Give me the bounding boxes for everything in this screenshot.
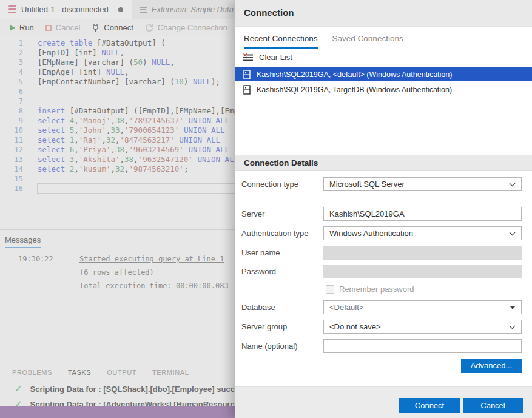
unsaved-dot-icon[interactable] (118, 7, 123, 12)
name-optional-label: Name (optional) (241, 342, 298, 351)
user-name-row: User name (235, 246, 532, 260)
dropdown-triangle-icon (510, 306, 515, 309)
connection-label: Kashish\SQL2019GA, TargetDB (Windows Aut… (257, 86, 452, 94)
tab-output[interactable]: OUTPUT (107, 369, 136, 379)
task-text: Scripting Data for : [SQLShack].[dbo].[E… (30, 385, 258, 394)
change-connection-button: Change Connection (145, 23, 227, 32)
messages-tab[interactable]: Messages (5, 235, 41, 248)
server-group-label: Server group (241, 322, 287, 331)
plug-icon (92, 24, 99, 32)
connect-button-toolbar[interactable]: Connect (92, 23, 133, 32)
chevron-down-icon (509, 232, 516, 236)
tab-tasks[interactable]: TASKS (68, 369, 91, 379)
server-group-row: Server group <Do not save> (235, 320, 532, 334)
play-icon (10, 25, 15, 31)
database-icon (8, 5, 16, 13)
server-label: Server (241, 209, 264, 218)
tab-untitled-1[interactable]: Untitled-1 - disconnected (0, 0, 132, 19)
connection-tabs: Recent Connections Saved Connections (244, 34, 403, 49)
authentication-type-label: Authentication type (241, 229, 309, 238)
dialog-title: Connection (244, 7, 294, 18)
tab-title: Extension: Simple Data Sc (152, 5, 244, 14)
database-row: Database <Default> (235, 300, 532, 315)
name-optional-input[interactable] (323, 339, 522, 353)
message-time (18, 266, 79, 279)
connection-label: Kashish\SQL2019GA, <default> (Windows Au… (257, 70, 452, 79)
tab-saved-connections[interactable]: Saved Connections (332, 34, 403, 49)
list-lines-icon (140, 7, 147, 13)
connection-list-item[interactable]: Kashish\SQL2019GA, <default> (Windows Au… (235, 67, 532, 81)
run-label: Run (19, 23, 34, 32)
advanced-button[interactable]: Advanced... (461, 359, 522, 373)
chevron-down-icon (509, 325, 516, 329)
clear-list-button[interactable]: Clear List (243, 53, 292, 62)
connect-label: Connect (104, 23, 133, 32)
connection-details-header: Connection Details (235, 155, 532, 171)
tab-terminal[interactable]: TERMINAL (152, 369, 189, 379)
remember-password-label: Remember password (339, 285, 414, 294)
password-input (323, 265, 522, 278)
connection-dialog: Connection Recent Connections Saved Conn… (235, 0, 532, 418)
password-row: Password (235, 265, 532, 279)
connection-type-row: Connection type Microsoft SQL Server (235, 177, 532, 192)
message-time: 19:30:22 (18, 252, 79, 266)
check-icon (15, 383, 22, 394)
connection-type-value: Microsoft SQL Server (329, 180, 405, 189)
connect-button[interactable]: Connect (399, 398, 460, 413)
authentication-type-select[interactable]: Windows Authentication (323, 226, 522, 240)
cancel-query-button: Cancel (45, 23, 80, 32)
server-value: Kashish\SQL2019GA (329, 209, 405, 218)
server-icon (243, 85, 251, 95)
database-combobox[interactable]: <Default> (323, 300, 522, 314)
database-value: <Default> (329, 303, 363, 312)
cancel-button[interactable]: Cancel (463, 398, 523, 413)
cancel-label: Cancel (56, 23, 80, 32)
name-optional-row: Name (optional) (235, 339, 532, 354)
authentication-type-value: Windows Authentication (329, 229, 413, 238)
server-group-select[interactable]: <Do not save> (323, 320, 522, 334)
message-time (18, 279, 79, 292)
stop-icon (45, 25, 52, 31)
server-group-value: <Do not save> (329, 322, 381, 331)
connection-list-item[interactable]: Kashish\SQL2019GA, TargetDB (Windows Aut… (235, 83, 532, 96)
server-row: Server Kashish\SQL2019GA (235, 207, 532, 221)
refresh-icon (145, 24, 153, 32)
message-link[interactable]: Started executing query at Line 1 (79, 252, 224, 266)
user-name-label: User name (241, 248, 280, 257)
remember-password-checkbox (326, 285, 334, 294)
tab-recent-connections[interactable]: Recent Connections (244, 34, 318, 49)
run-button[interactable]: Run (10, 23, 34, 32)
clear-list-icon (243, 53, 253, 62)
clear-list-label: Clear List (259, 53, 292, 62)
database-label: Database (241, 303, 275, 312)
password-label: Password (241, 267, 276, 276)
connection-type-select[interactable]: Microsoft SQL Server (323, 177, 522, 191)
change-connection-label: Change Connection (158, 23, 227, 32)
message-text: (6 rows affected) (79, 266, 154, 279)
connection-type-label: Connection type (241, 180, 298, 189)
server-icon (243, 70, 251, 79)
server-input[interactable]: Kashish\SQL2019GA (323, 207, 522, 221)
remember-password-row: Remember password (326, 285, 414, 294)
dialog-header: Connection (235, 0, 532, 27)
message-text: Total execution time: 00:00:00.083 (79, 279, 229, 292)
tab-problems[interactable]: PROBLEMS (12, 369, 52, 379)
tab-extension-preview[interactable]: Extension: Simple Data Sc (132, 0, 244, 19)
authentication-type-row: Authentication type Windows Authenticati… (235, 226, 532, 241)
tab-title: Untitled-1 - disconnected (21, 5, 109, 14)
connection-details-title: Connection Details (244, 158, 318, 167)
user-name-input (323, 246, 522, 260)
chevron-down-icon (509, 183, 516, 187)
dialog-footer: Connect Cancel (235, 386, 532, 418)
